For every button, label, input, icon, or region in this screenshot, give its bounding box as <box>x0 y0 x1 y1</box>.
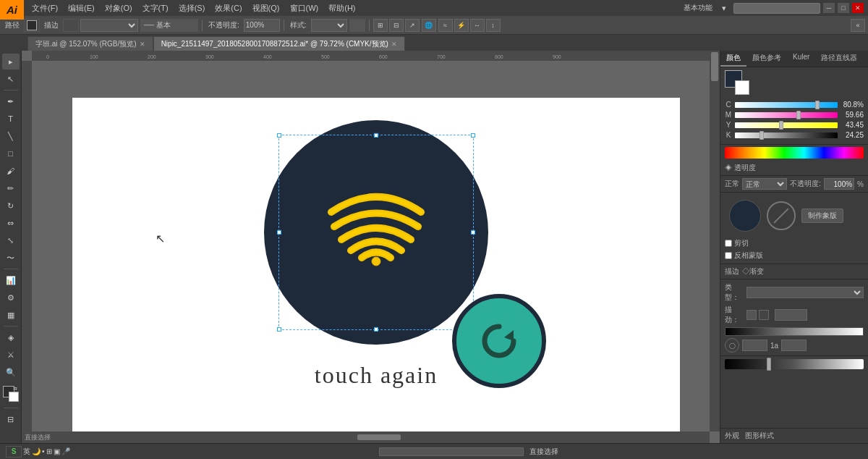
workspace-dropdown[interactable]: ▾ <box>718 2 731 14</box>
y-label: Y <box>725 121 732 129</box>
menu-view[interactable]: 视图(Q) <box>248 1 284 15</box>
k-slider-thumb[interactable] <box>760 131 764 140</box>
transform-btn-2[interactable]: ⊟ <box>389 19 404 32</box>
horizontal-scroll-thumb[interactable] <box>357 434 401 440</box>
collapse-btn[interactable]: « <box>851 19 865 32</box>
graphic-styles-label: 图形样式 <box>745 431 774 441</box>
clip-checkbox[interactable] <box>725 240 732 247</box>
cmyk-sliders: C 80.8% M 59.66 Y 43.45 <box>720 98 868 145</box>
gradient-type-select[interactable] <box>746 287 864 298</box>
reflect-tool[interactable]: ⇔ <box>2 215 20 231</box>
tab-document-2[interactable]: Nipic_21511497_20180528001708872512.ai* … <box>153 36 405 51</box>
env-btn-1[interactable]: ≈ <box>438 19 453 32</box>
pencil-tool[interactable]: ✏ <box>2 180 20 196</box>
appearance-label: 外观 <box>725 431 739 441</box>
gradient-angle-input[interactable] <box>775 309 807 321</box>
bg-swatch[interactable] <box>735 80 749 95</box>
screen-mode-btn[interactable]: ⊟ <box>2 411 20 427</box>
invert-mask-checkbox[interactable] <box>725 252 732 259</box>
style-preview[interactable] <box>349 19 365 32</box>
globe-btn[interactable]: 🌐 <box>422 19 436 32</box>
make-symbol-button[interactable]: 制作象版 <box>801 209 843 223</box>
rect-tool[interactable]: □ <box>2 146 20 161</box>
svg-point-0 <box>372 257 380 266</box>
menu-text[interactable]: 文字(T) <box>138 1 173 15</box>
stroke-width-input[interactable]: ── 基本 <box>140 19 198 32</box>
direct-select-tool[interactable]: ↖ <box>2 71 20 87</box>
m-slider-track[interactable] <box>735 112 838 118</box>
blend-tool[interactable]: ◈ <box>2 329 20 345</box>
knife-tool[interactable]: ⚔ <box>2 347 20 363</box>
scale-tool[interactable]: ⤡ <box>2 232 20 248</box>
c-slider-thumb[interactable] <box>815 101 820 109</box>
refresh-icon-svg <box>474 316 524 366</box>
panel-tab-path[interactable]: 路径直线器 <box>815 51 863 67</box>
gradient-icon-stroke[interactable] <box>759 310 769 320</box>
pen-tool[interactable]: ✒ <box>2 93 20 109</box>
background-color[interactable] <box>9 392 19 402</box>
transform-btn-1[interactable]: ⊞ <box>373 19 388 32</box>
env-btn-3[interactable]: ↔ <box>470 19 485 32</box>
opacity-input[interactable] <box>244 19 280 32</box>
color-blocks: ⇆ <box>3 386 19 402</box>
type-tool[interactable]: T <box>2 111 20 127</box>
env-btn-2[interactable]: ⚡ <box>454 19 469 32</box>
search-input[interactable] <box>733 3 820 14</box>
bottom-gradient-slider[interactable] <box>725 359 864 369</box>
fill-swatch[interactable] <box>24 19 40 32</box>
vertical-scrollbar[interactable] <box>710 51 720 431</box>
horizontal-scrollbar[interactable]: 直接选择 <box>22 431 710 443</box>
gradient-angle-wheel[interactable]: ◯ <box>725 338 739 353</box>
menu-file[interactable]: 文件(F) <box>27 1 62 15</box>
paintbrush-tool[interactable]: 🖌 <box>2 163 20 179</box>
env-btn-4[interactable]: ↕ <box>486 19 501 32</box>
menu-help[interactable]: 帮助(H) <box>324 1 359 15</box>
bottom-slider-thumb[interactable] <box>767 358 771 371</box>
channel-m-row: M 59.66 <box>725 111 864 119</box>
gradient-value-input[interactable] <box>742 340 767 351</box>
warp-tool[interactable]: 〜 <box>2 250 20 266</box>
stroke-swatch[interactable] <box>63 19 79 32</box>
symbol-tool[interactable]: ⚙ <box>2 290 20 306</box>
gradient-icon-fill[interactable] <box>746 310 757 320</box>
canvas-area[interactable]: 0 100 200 300 400 500 600 700 800 900 <box>22 51 720 443</box>
graph-tool[interactable]: 📊 <box>2 272 20 288</box>
opacity-input-right[interactable] <box>824 178 854 190</box>
artboard: touch again <box>72 98 680 438</box>
menu-effect[interactable]: 效果(C) <box>210 1 246 15</box>
tab-document-1[interactable]: 字班.ai @ 152.07% (RGB/预览) ✕ <box>27 36 153 51</box>
transform-btn-3[interactable]: ↗ <box>405 19 420 32</box>
rotate-tool[interactable]: ↻ <box>2 198 20 214</box>
menu-object[interactable]: 对象(O) <box>101 1 137 15</box>
stroke-select[interactable] <box>80 19 138 32</box>
tab-2-close[interactable]: ✕ <box>391 41 397 48</box>
y-slider-thumb[interactable] <box>779 121 783 130</box>
column-graph-tool[interactable]: ▦ <box>2 307 20 323</box>
menu-select[interactable]: 选择(S) <box>174 1 210 15</box>
c-slider-track[interactable] <box>735 102 838 108</box>
panel-tab-color[interactable]: 颜色 <box>720 51 746 67</box>
zoom-tool[interactable]: 🔍 <box>2 364 20 380</box>
vertical-scroll-thumb[interactable] <box>711 52 718 81</box>
m-slider-thumb[interactable] <box>796 111 801 119</box>
style-select[interactable] <box>311 19 347 32</box>
gradient-bar-control[interactable] <box>725 327 864 336</box>
gradient-la-input[interactable] <box>781 340 807 351</box>
swap-colors-icon[interactable]: ⇆ <box>13 386 19 392</box>
minimize-button[interactable]: ─ <box>823 3 835 13</box>
color-spectrum-bar[interactable] <box>725 147 864 159</box>
panel-tab-color-ref[interactable]: 颜色参考 <box>746 51 787 67</box>
maximize-button[interactable]: □ <box>838 3 849 13</box>
line-tool[interactable]: ╲ <box>2 128 20 144</box>
tool-separator-2 <box>4 269 18 269</box>
menu-edit[interactable]: 编辑(E) <box>64 1 99 15</box>
panel-tab-kuler[interactable]: Kuler <box>787 51 815 67</box>
close-button[interactable]: ✕ <box>852 3 864 13</box>
bottom-tools: S 英 🌙 • ⊞ ▣ 🎤 <box>6 446 70 458</box>
select-tool[interactable]: ▸ <box>2 54 20 70</box>
blend-mode-select[interactable]: 正常 <box>742 178 787 190</box>
menu-window[interactable]: 窗口(W) <box>286 1 323 15</box>
y-slider-track[interactable] <box>735 122 838 128</box>
tab-1-close[interactable]: ✕ <box>140 41 145 48</box>
k-slider-track[interactable] <box>735 132 838 138</box>
